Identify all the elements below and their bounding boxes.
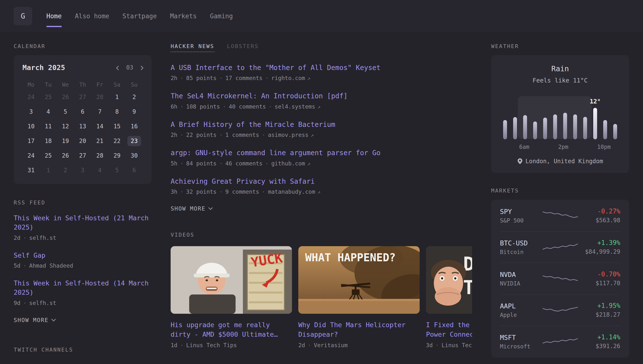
news-item-comments[interactable]: 40 comments bbox=[229, 104, 266, 110]
news-item-source[interactable]: asimov.press bbox=[268, 132, 308, 138]
news-item-meta: 6h108 points40 commentssel4.systems bbox=[171, 104, 472, 110]
video-channel[interactable]: Veritasium bbox=[314, 342, 348, 348]
nav-tab-startpage[interactable]: Startpage bbox=[123, 0, 157, 32]
tab-lobsters[interactable]: LOBSTERS bbox=[227, 43, 259, 52]
video-thumbnail-art: WHAT HAPPENED? bbox=[298, 246, 420, 314]
weather-bar bbox=[503, 120, 507, 139]
market-name: NVIDIA bbox=[500, 280, 542, 287]
news-item-comments[interactable]: 46 comments bbox=[225, 160, 262, 167]
market-ticker[interactable]: BTC-USD bbox=[500, 239, 542, 247]
news-item-title[interactable]: A USB Interface to the "Mother of All De… bbox=[171, 64, 472, 72]
video-meta: 1dLinus Tech Tips bbox=[171, 342, 292, 348]
dot-separator bbox=[178, 75, 186, 81]
news-item-source[interactable]: matanabudy.com bbox=[268, 188, 315, 195]
news-item-comments[interactable]: 1 comments bbox=[225, 132, 259, 138]
market-left: SPY S&P 500 bbox=[500, 208, 542, 224]
nav-tab-also-home[interactable]: Also home bbox=[75, 0, 109, 32]
rss-item-title[interactable]: This Week in Self-Hosted (21 March 2025) bbox=[14, 214, 152, 232]
rss-item-source[interactable]: Ahmad Shadeed bbox=[29, 262, 73, 269]
weather-time-label: 10pm bbox=[597, 144, 610, 150]
video-title-line: His upgrade got me really bbox=[171, 320, 292, 330]
news-item-title[interactable]: The SeL4 Microkernel: An Introduction [p… bbox=[171, 92, 472, 100]
weather-bar-column bbox=[580, 99, 590, 139]
market-price: $563.98 bbox=[578, 217, 620, 224]
weather-chart: 12° bbox=[499, 99, 621, 139]
video-title-line: Why Did The Mars Helicopter bbox=[298, 320, 420, 330]
weather-feels-like: Feels like 11°C bbox=[499, 77, 621, 84]
video-card: WHAT HAPPENED? Why Did The Mars Helicopt… bbox=[298, 246, 420, 348]
calendar-day: 1 bbox=[40, 163, 57, 178]
nav-tab-markets[interactable]: Markets bbox=[170, 0, 197, 32]
news-show-more-button[interactable]: SHOW MORE bbox=[171, 206, 472, 212]
video-thumbnail[interactable]: YUCK bbox=[171, 246, 292, 314]
news-item-source[interactable]: righto.com bbox=[271, 75, 305, 81]
calendar-day: 5 bbox=[57, 104, 74, 119]
news-item-title[interactable]: Achieving Great Privacy with Safari bbox=[171, 177, 472, 186]
market-change: -0.70% bbox=[578, 270, 620, 278]
weather-bar-column bbox=[520, 99, 530, 139]
calendar-day: 28 bbox=[91, 90, 108, 104]
market-change: +1.39% bbox=[578, 239, 620, 246]
rss-item-title[interactable]: This Week in Self-Hosted (14 March 2025) bbox=[14, 278, 152, 298]
calendar-next-button[interactable] bbox=[140, 64, 143, 71]
rss-item-title[interactable]: Self Gap bbox=[14, 251, 152, 260]
weather-current-temp: 12° bbox=[590, 98, 601, 105]
market-ticker[interactable]: SPY bbox=[500, 208, 542, 216]
nav-tab-gaming[interactable]: Gaming bbox=[210, 0, 233, 32]
weather-bar-column bbox=[600, 99, 610, 139]
video-title[interactable]: His upgrade got me really dirty - AMD $5… bbox=[171, 320, 292, 339]
rss-item-source[interactable]: selfh.st bbox=[29, 300, 56, 306]
video-title-line: I Fixed the 5 bbox=[426, 320, 472, 330]
weather-time-label bbox=[500, 144, 509, 150]
calendar-prev-button[interactable] bbox=[117, 64, 120, 71]
market-row: MSFT Microsoft +1.14% $391.26 bbox=[500, 326, 620, 357]
calendar-day: 29 bbox=[108, 148, 126, 163]
markets-section-title: MARKETS bbox=[491, 188, 629, 194]
news-item-points: 32 points bbox=[186, 188, 217, 195]
dot-separator bbox=[217, 188, 225, 195]
dot-separator bbox=[217, 75, 225, 81]
video-channel[interactable]: Linus Tech Tips bbox=[186, 342, 237, 348]
weather-time-label bbox=[548, 144, 558, 150]
rss-item-age: 5d bbox=[14, 262, 21, 269]
video-age: 2d bbox=[298, 342, 305, 348]
market-ticker[interactable]: NVDA bbox=[500, 271, 542, 278]
video-thumbnail[interactable]: WHAT HAPPENED? bbox=[298, 246, 420, 314]
video-thumbnail[interactable]: DO TH bbox=[426, 246, 472, 314]
rss-show-more-button[interactable]: SHOW MORE bbox=[14, 317, 152, 323]
market-ticker[interactable]: AAPL bbox=[500, 302, 542, 310]
news-item-comments[interactable]: 17 comments bbox=[225, 75, 262, 81]
video-channel[interactable]: Linus Tec bbox=[442, 342, 472, 348]
calendar-day: 19 bbox=[57, 134, 74, 148]
weather-bar-column bbox=[570, 99, 580, 139]
dot-separator bbox=[305, 342, 314, 348]
news-item-source[interactable]: github.com bbox=[271, 160, 305, 167]
tab-hacker-news[interactable]: HACKER NEWS bbox=[171, 43, 214, 52]
news-item-comments[interactable]: 9 comments bbox=[225, 188, 259, 195]
news-item-title[interactable]: argp: GNU-style command line argument pa… bbox=[171, 148, 472, 157]
video-title[interactable]: I Fixed the 5 Power Connect bbox=[426, 320, 472, 339]
video-title[interactable]: Why Did The Mars Helicopter Disappear? bbox=[298, 320, 420, 339]
calendar-day: 3 bbox=[74, 163, 91, 178]
news-item-title[interactable]: A Brief History of the Miracle Bacterium bbox=[171, 120, 472, 129]
weekday-label: Mo bbox=[23, 82, 40, 88]
weather-bar bbox=[533, 122, 537, 139]
news-item: The SeL4 Microkernel: An Introduction [p… bbox=[171, 92, 472, 110]
market-row: SPY S&P 500 -0.27% $563.98 bbox=[500, 200, 620, 231]
news-item-age: 2h bbox=[171, 75, 178, 81]
market-change: -0.27% bbox=[578, 208, 620, 215]
calendar-day: 16 bbox=[126, 119, 143, 134]
rss-item-source[interactable]: selfh.st bbox=[29, 235, 56, 241]
app-logo[interactable]: G bbox=[14, 7, 32, 25]
news-item-meta: 5h84 points46 commentsgithub.com bbox=[171, 160, 472, 167]
location-pin-icon bbox=[517, 158, 523, 164]
news-item-source[interactable]: sel4.systems bbox=[275, 104, 315, 110]
nav-tab-home[interactable]: Home bbox=[46, 0, 62, 32]
weather-time-label bbox=[509, 144, 519, 150]
video-title-line: Disappear? bbox=[298, 330, 420, 339]
dot-separator bbox=[259, 132, 268, 138]
calendar-day: 31 bbox=[23, 163, 40, 178]
calendar-day: 23 bbox=[126, 134, 143, 148]
rss-item-age: 2d bbox=[14, 235, 21, 241]
market-ticker[interactable]: MSFT bbox=[500, 334, 542, 341]
